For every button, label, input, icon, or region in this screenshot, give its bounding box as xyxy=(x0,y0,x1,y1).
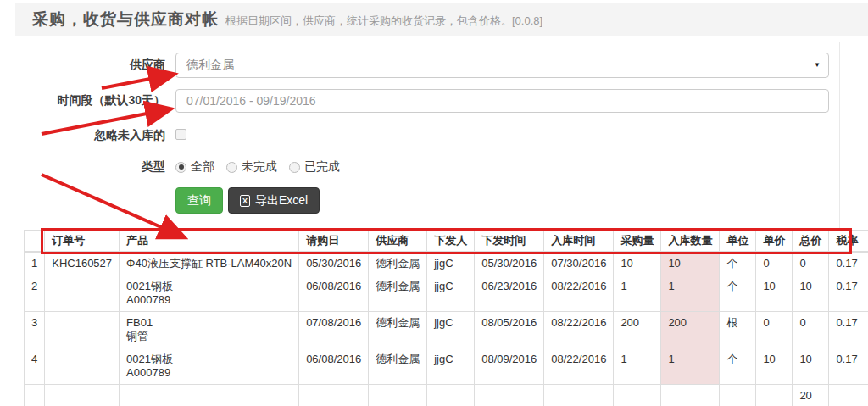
results-table-wrapper: 订单号产品请购日供应商下发人下发时间入库时间采购量入库数量单位单价总价税率币种 … xyxy=(24,230,868,406)
cell-in_qty: 1 xyxy=(661,275,720,312)
cell-qty: 1 xyxy=(614,348,661,385)
column-header: 订单号 xyxy=(45,231,120,253)
column-header: 税率 xyxy=(829,231,865,253)
cell-issuer: jjgC xyxy=(427,275,475,312)
cell-in_qty: 10 xyxy=(661,252,720,275)
column-header: 采购量 xyxy=(614,231,661,253)
supplier-selected-value: 德利金属 xyxy=(186,58,234,73)
radio-icon xyxy=(289,162,300,173)
type-label: 类型 xyxy=(0,159,165,175)
total-cell-no xyxy=(25,385,45,406)
cell-in_qty: 1 xyxy=(661,348,720,385)
column-header: 入库时间 xyxy=(544,231,614,253)
cell-price: 10 xyxy=(756,348,793,385)
cell-total: 10 xyxy=(793,348,829,385)
supplier-select[interactable]: 德利金属 ▼ xyxy=(175,53,829,78)
cell-total: 0 xyxy=(793,312,829,348)
caret-down-icon: ▼ xyxy=(814,61,821,69)
cell-supplier: 德利金属 xyxy=(369,252,427,275)
period-value: 07/01/2016 - 09/19/2016 xyxy=(186,94,316,108)
total-cell-total: 20 xyxy=(793,385,829,406)
ignore-row: 忽略未入库的 xyxy=(0,129,186,142)
total-cell-price xyxy=(756,385,793,406)
cell-issuer: jjgC xyxy=(427,312,475,348)
cell-no: 2 xyxy=(25,275,45,312)
cell-issuer: jjgC xyxy=(427,348,475,385)
total-cell-in_qty xyxy=(661,385,720,406)
column-header: 下发时间 xyxy=(475,231,544,253)
radio-icon xyxy=(226,162,237,173)
cell-in_date: 08/22/2016 xyxy=(544,312,614,348)
total-cell-supplier xyxy=(369,385,427,406)
cell-price: 0 xyxy=(756,312,793,348)
column-header: 单位 xyxy=(720,231,756,253)
cell-issue_date: 05/30/2016 xyxy=(475,252,544,275)
cell-order xyxy=(45,275,120,312)
page: 采购，收货与供应商对帐 根据日期区间，供应商，统计采购的收货记录，包含价格。[0… xyxy=(0,0,868,406)
radio-label: 全部 xyxy=(191,159,214,175)
cell-unit: 个 xyxy=(720,348,756,385)
cell-order xyxy=(45,348,120,385)
table-total-row: 20 xyxy=(25,385,868,406)
cell-no: 1 xyxy=(25,252,45,275)
type-radio-option[interactable]: 未完成 xyxy=(226,159,277,175)
page-title: 采购，收货与供应商对帐 xyxy=(32,8,219,31)
cell-order: KHC160527 xyxy=(45,252,120,275)
type-radio-option[interactable]: 全部 xyxy=(175,159,214,175)
total-cell-product xyxy=(120,385,299,406)
cell-supplier: 德利金属 xyxy=(369,275,427,312)
cell-issuer: jjgC xyxy=(427,252,475,275)
excel-file-icon: X xyxy=(240,195,250,207)
column-header: 产品 xyxy=(120,231,299,253)
column-header: 下发人 xyxy=(427,231,475,253)
total-cell-order xyxy=(45,385,120,406)
table-header-row: 订单号产品请购日供应商下发人下发时间入库时间采购量入库数量单位单价总价税率币种 xyxy=(25,231,868,253)
cell-product: FB01铜管 xyxy=(120,312,299,348)
results-table: 订单号产品请购日供应商下发人下发时间入库时间采购量入库数量单位单价总价税率币种 … xyxy=(24,230,868,406)
query-button[interactable]: 查询 xyxy=(175,187,223,214)
total-cell-qty xyxy=(614,385,661,406)
column-header: 供应商 xyxy=(369,231,427,253)
cell-no: 4 xyxy=(25,348,45,385)
type-radio-option[interactable]: 已完成 xyxy=(289,159,340,175)
cell-request_date: 07/08/2016 xyxy=(299,312,369,348)
cell-issue_date: 08/09/2016 xyxy=(475,348,544,385)
type-radio-group: 全部未完成已完成 xyxy=(175,159,340,175)
cell-unit: 个 xyxy=(720,252,756,275)
total-cell-tax xyxy=(829,385,865,406)
column-header: 请购日 xyxy=(299,231,369,253)
cell-tax: 0.17 xyxy=(829,275,865,312)
type-row: 类型 全部未完成已完成 xyxy=(0,159,340,175)
period-input[interactable]: 07/01/2016 - 09/19/2016 xyxy=(175,89,829,113)
period-row: 时间段（默认30天） 07/01/2016 - 09/19/2016 xyxy=(0,89,829,113)
cell-tax: 0.17 xyxy=(829,348,865,385)
cell-product: 0021钢板A000789 xyxy=(120,348,299,385)
column-header: 总价 xyxy=(793,231,829,253)
cell-total: 0 xyxy=(793,252,829,275)
table-row: 1KHC160527Φ40液压支撑缸 RTB-LAM40x20N05/30/20… xyxy=(25,252,868,275)
page-header: 采购，收货与供应商对帐 根据日期区间，供应商，统计采购的收货记录，包含价格。[0… xyxy=(15,3,868,36)
arrow-table-header xyxy=(42,175,182,236)
export-button-label: 导出Excel xyxy=(255,193,308,209)
cell-in_date: 08/22/2016 xyxy=(544,348,614,385)
cell-qty: 200 xyxy=(614,312,661,348)
cell-request_date: 05/30/2016 xyxy=(299,252,369,275)
cell-product: 0021钢板A000789 xyxy=(120,275,299,312)
table-row: 3FB01铜管07/08/2016德利金属jjgC08/05/201608/22… xyxy=(25,312,868,348)
cell-no: 3 xyxy=(25,312,45,348)
total-cell-request_date xyxy=(299,385,369,406)
column-header: 入库数量 xyxy=(661,231,720,253)
cell-issue_date: 08/05/2016 xyxy=(475,312,544,348)
cell-qty: 1 xyxy=(614,275,661,312)
cell-order xyxy=(45,312,120,348)
cell-supplier: 德利金属 xyxy=(369,348,427,385)
table-row: 40021钢板A00078906/08/2016德利金属jjgC08/09/20… xyxy=(25,348,868,385)
total-cell-unit xyxy=(720,385,756,406)
query-button-label: 查询 xyxy=(187,193,211,209)
radio-label: 已完成 xyxy=(304,159,340,175)
ignore-checkbox[interactable] xyxy=(175,129,186,140)
export-excel-button[interactable]: X 导出Excel xyxy=(228,187,320,214)
actions-row: 查询 X 导出Excel xyxy=(175,187,320,214)
cell-issue_date: 06/23/2016 xyxy=(475,275,544,312)
cell-in_qty: 200 xyxy=(661,312,720,348)
